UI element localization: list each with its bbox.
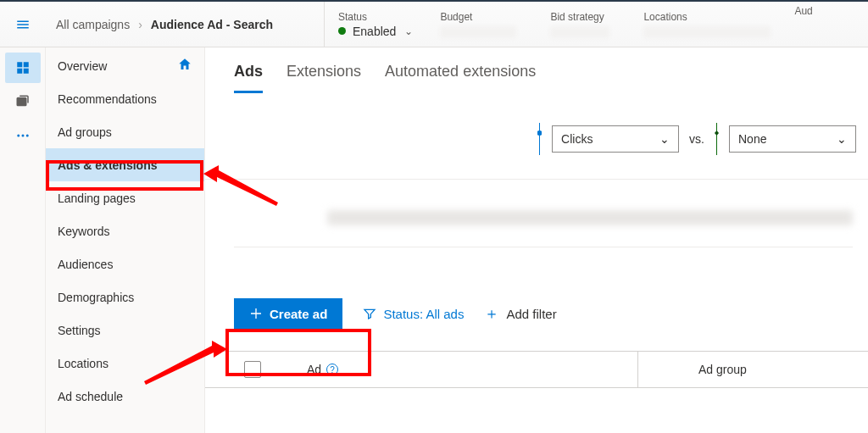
budget-property[interactable]: Budget xyxy=(426,2,537,47)
select-all-checkbox[interactable] xyxy=(244,361,261,378)
cards-icon xyxy=(15,94,31,109)
status-enabled-dot-icon xyxy=(338,27,346,35)
chevron-down-icon: ⌄ xyxy=(404,25,413,37)
sidebar-item-audiences[interactable]: Audiences xyxy=(46,247,204,280)
breadcrumb[interactable]: All campaigns › Audience Ad - Search xyxy=(46,2,324,47)
tab-label: Extensions xyxy=(287,63,361,80)
sidebar-item-label: Keywords xyxy=(58,225,109,238)
action-row: Create ad Status: All ads ＋ Add filter xyxy=(205,247,868,329)
svg-marker-6 xyxy=(715,130,719,136)
sidebar-item-ad-schedule[interactable]: Ad schedule xyxy=(46,380,204,413)
bidstrategy-property[interactable]: Bid strategy xyxy=(537,2,630,47)
tab-automated-extensions[interactable]: Automated extensions xyxy=(385,63,536,93)
dropdown-value: None xyxy=(738,132,766,146)
metric1-dropdown[interactable]: Clicks ⌄ xyxy=(552,125,679,153)
sidebar-item-label: Locations xyxy=(58,357,108,370)
sidebar-item-landing-pages[interactable]: Landing pages xyxy=(46,181,204,214)
svg-rect-5 xyxy=(716,123,717,155)
rail-campaigns-icon[interactable] xyxy=(5,53,41,83)
svg-point-1 xyxy=(21,135,24,137)
dropdown-value: Clicks xyxy=(561,132,593,146)
column-label: Ad group xyxy=(698,363,747,376)
sidebar-item-overview[interactable]: Overview xyxy=(46,49,204,82)
locations-property[interactable]: Locations xyxy=(630,2,784,47)
main-content: Ads Extensions Automated extensions Clic… xyxy=(205,47,868,433)
svg-point-2 xyxy=(25,135,28,137)
column-header-ad[interactable]: Ad ? xyxy=(307,363,637,376)
help-icon[interactable]: ? xyxy=(326,364,338,375)
filter-label: Status: All ads xyxy=(383,307,464,321)
tabs: Ads Extensions Automated extensions xyxy=(205,47,868,94)
sidebar-item-label: Landing pages xyxy=(58,192,136,205)
sidebar-item-settings[interactable]: Settings xyxy=(46,314,204,347)
column-label: Ad xyxy=(307,363,321,376)
button-label: Create ad xyxy=(270,307,327,321)
breadcrumb-root[interactable]: All campaigns xyxy=(56,18,130,31)
plus-icon: ＋ xyxy=(484,303,499,324)
sidebar-item-label: Audiences xyxy=(58,258,113,271)
sidebar-item-label: Overview xyxy=(58,59,107,73)
chevron-right-icon: › xyxy=(138,18,142,31)
chevron-down-icon: ⌄ xyxy=(837,132,847,146)
sidebar-item-label: Ad groups xyxy=(58,125,112,139)
bidstrategy-value-redacted xyxy=(550,26,609,38)
sidebar-item-keywords[interactable]: Keywords xyxy=(46,214,204,247)
column-divider xyxy=(637,351,638,388)
status-property[interactable]: Status Enabled ⌄ xyxy=(325,2,426,47)
create-ad-button[interactable]: Create ad xyxy=(234,298,342,329)
sidebar-item-adgroups[interactable]: Ad groups xyxy=(46,115,204,148)
tab-label: Automated extensions xyxy=(385,63,536,80)
sidebar-nav: Overview Recommendations Ad groups Ads &… xyxy=(46,47,205,433)
rail-more-icon[interactable] xyxy=(5,120,41,151)
sidebar-item-label: Ad schedule xyxy=(58,390,123,403)
plus-icon xyxy=(249,307,263,320)
tab-extensions[interactable]: Extensions xyxy=(287,63,361,93)
audiences-label-cut: Aud xyxy=(794,5,812,17)
status-filter[interactable]: Status: All ads xyxy=(363,307,464,321)
add-filter-label: Add filter xyxy=(506,307,556,321)
redacted-text xyxy=(327,210,853,225)
sidebar-item-ads-extensions[interactable]: Ads & extensions xyxy=(46,148,204,181)
metric1-handle-icon xyxy=(537,123,542,155)
metric2-handle-icon xyxy=(715,123,719,155)
status-label: Status xyxy=(338,11,413,23)
add-filter-button[interactable]: ＋ Add filter xyxy=(484,303,556,324)
svg-point-4 xyxy=(537,130,542,136)
sidebar-item-recommendations[interactable]: Recommendations xyxy=(46,82,204,115)
icon-rail xyxy=(0,47,46,433)
sidebar-item-label: Ads & extensions xyxy=(58,158,157,172)
tab-ads[interactable]: Ads xyxy=(234,63,263,93)
locations-value-redacted xyxy=(643,26,771,38)
home-icon xyxy=(177,57,192,75)
more-horizontal-icon xyxy=(15,128,31,143)
sidebar-item-label: Recommendations xyxy=(58,92,157,106)
sidebar-item-label: Demographics xyxy=(58,291,134,304)
budget-label: Budget xyxy=(440,11,523,23)
sidebar-item-locations[interactable]: Locations xyxy=(46,347,204,380)
vs-label: vs. xyxy=(689,132,704,146)
chart-controls: Clicks ⌄ vs. None ⌄ xyxy=(205,94,868,180)
locations-label: Locations xyxy=(643,11,771,23)
tab-label: Ads xyxy=(234,63,263,80)
hamburger-menu[interactable] xyxy=(0,2,46,47)
status-value: Enabled xyxy=(353,25,396,38)
audiences-property-cut[interactable]: Aud xyxy=(784,2,812,47)
budget-value-redacted xyxy=(440,26,516,38)
sidebar-item-label: Settings xyxy=(58,324,101,337)
grid-icon xyxy=(15,60,31,75)
menu-icon xyxy=(15,17,31,32)
info-banner-redacted xyxy=(234,188,853,247)
svg-point-0 xyxy=(17,135,19,137)
metric2-dropdown[interactable]: None ⌄ xyxy=(729,125,856,153)
breadcrumb-current[interactable]: Audience Ad - Search xyxy=(151,18,273,31)
table-header: Ad ? Ad group xyxy=(205,351,868,388)
svg-rect-3 xyxy=(539,123,540,155)
bidstrategy-label: Bid strategy xyxy=(550,11,616,23)
column-header-adgroup[interactable]: Ad group xyxy=(698,363,868,376)
chevron-down-icon: ⌄ xyxy=(659,132,670,146)
filter-funnel-icon xyxy=(363,307,376,320)
rail-reports-icon[interactable] xyxy=(5,86,41,117)
sidebar-item-demographics[interactable]: Demographics xyxy=(46,280,204,314)
